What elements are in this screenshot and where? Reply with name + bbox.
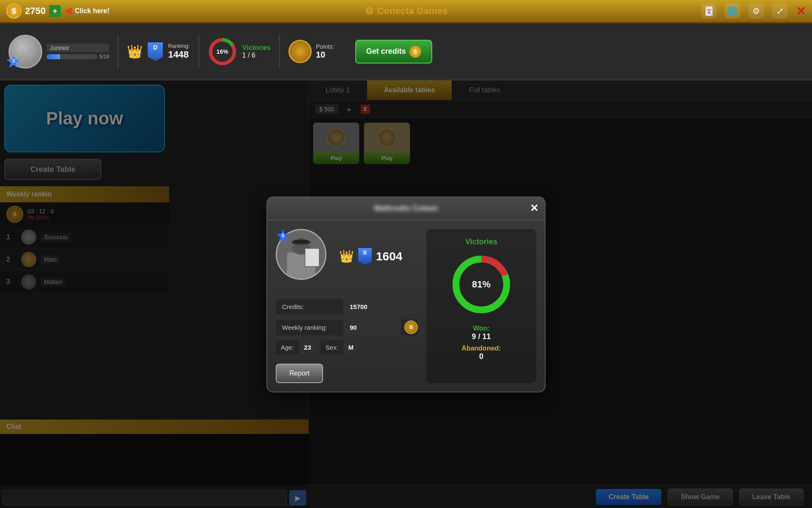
- trophy-icon: 0: [288, 40, 312, 63]
- coin-icon: $: [6, 3, 22, 19]
- modal-header: Mathrodis Coleen ✕: [267, 197, 545, 221]
- age-sex-row: Age: 23 Sex: M: [276, 340, 418, 354]
- victories-info: Victories 1 / 6: [242, 44, 271, 59]
- xp-bar: [47, 54, 97, 59]
- rank-badge-modal: B: [358, 248, 372, 265]
- age-cell: Age: 23: [276, 340, 316, 354]
- rank-badge: D: [148, 42, 163, 61]
- brand-logo-area: ⚙ Conecta Games: [365, 5, 447, 17]
- modal-level-num: 5: [281, 232, 284, 239]
- sex-label: Sex:: [321, 340, 343, 354]
- ranking-section: 👑 D Ranking: 1448: [127, 42, 189, 61]
- abandoned-label: Abandoned:: [461, 345, 501, 352]
- header-divider-1: [118, 35, 118, 69]
- victories-donut-small: 16%: [208, 37, 237, 66]
- top-bar-left: $ 2750 + ◀ Click here!: [6, 3, 110, 19]
- crown-icon: 👑: [127, 44, 143, 59]
- avatar-section: 3 Junnior 5/18: [8, 35, 109, 69]
- player-name: Junnior: [47, 44, 109, 52]
- xp-fill: [47, 54, 60, 59]
- main-area: Play now Create Table Weekly rankin 0 03…: [0, 80, 812, 508]
- modal-level-badge: 5: [276, 229, 290, 243]
- won-value: 9 / 11: [472, 332, 491, 341]
- arrow-icon: ◀: [64, 6, 71, 17]
- level-star-icon: 3: [7, 55, 20, 69]
- sex-value: M: [343, 340, 359, 354]
- victories-pct-small: 16%: [217, 48, 228, 55]
- points-section: 0 Points: 10: [288, 40, 334, 63]
- svg-rect-11: [305, 248, 319, 266]
- globe-icon[interactable]: 🌐: [725, 3, 740, 19]
- click-here-text[interactable]: Click here!: [75, 7, 110, 15]
- level-badge: 3: [7, 55, 20, 70]
- credits-row: Credits: 15700: [276, 299, 418, 315]
- cards-icon[interactable]: 🃏: [701, 3, 716, 19]
- level-number: 3: [12, 58, 15, 64]
- modal-victories-pct: 81%: [472, 279, 491, 290]
- get-credits-button[interactable]: Get credits $: [355, 40, 432, 64]
- close-top-button[interactable]: ✕: [796, 4, 806, 18]
- weekly-ranking-row: Weekly ranking: 90 0: [276, 320, 418, 335]
- brand-name: Conecta Games: [377, 6, 447, 17]
- modal-donut-wrap: 81%: [447, 251, 515, 318]
- player-name-area: Junnior 5/18: [47, 44, 109, 60]
- player-profile-modal: Mathrodis Coleen ✕ 5: [266, 196, 546, 392]
- victories-section: 16% Victories 1 / 6: [208, 37, 271, 66]
- ranking-label: Ranking:: [168, 43, 189, 49]
- credits-label: Credits:: [276, 299, 343, 315]
- modal-right: Victories 81% Won: 9 / 11 Abandoned: [426, 229, 536, 383]
- modal-crown-icon: 👑: [339, 249, 354, 263]
- abandoned-value: 0: [479, 352, 483, 361]
- xp-bar-wrap: 5/18: [47, 54, 109, 60]
- victories-label: Victories: [242, 44, 271, 52]
- header-bar: 3 Junnior 5/18 👑 D Ranking: 1448: [0, 23, 812, 80]
- modal-body: 5: [267, 221, 545, 392]
- ranking-value: 1448: [168, 49, 189, 60]
- top-bar: $ 2750 + ◀ Click here! ⚙ Conecta Games 🃏…: [0, 0, 812, 23]
- points-label: Points:: [316, 43, 334, 50]
- modal-rank-score: 1604: [376, 250, 402, 263]
- fullscreen-icon[interactable]: ⤢: [772, 3, 787, 19]
- header-divider-2: [198, 35, 199, 69]
- modal-avatar-rank-row: 5: [276, 229, 418, 290]
- avatar-wrap: 3: [8, 35, 42, 69]
- age-value: 23: [299, 340, 316, 354]
- modal-victories-label: Victories: [465, 237, 497, 246]
- credits-value: 15700: [343, 299, 418, 315]
- victories-ratio: 1 / 6: [242, 52, 271, 59]
- points-info: Points: 10: [316, 43, 334, 60]
- rank-info: Ranking: 1448: [168, 43, 189, 60]
- credit-amount: 2750: [25, 6, 46, 17]
- sex-cell: Sex: M: [321, 340, 359, 354]
- points-value: 10: [316, 50, 334, 60]
- top-bar-right: 🃏 🌐 ⚙ ⤢ ✕: [701, 3, 806, 19]
- modal-left: 5: [276, 229, 418, 383]
- weekly-ranking-value: 90: [343, 320, 401, 335]
- weekly-medal-icon: 0: [404, 320, 418, 334]
- header-divider-3: [279, 35, 280, 69]
- modal-close-button[interactable]: ✕: [530, 202, 538, 214]
- age-label: Age:: [276, 340, 299, 354]
- add-credit-button[interactable]: +: [49, 5, 61, 17]
- settings-icon[interactable]: ⚙: [749, 3, 764, 19]
- svg-rect-10: [294, 240, 308, 243]
- weekly-ranking-label: Weekly ranking:: [276, 320, 343, 335]
- report-button[interactable]: Report: [276, 364, 323, 383]
- won-label: Won:: [473, 325, 490, 332]
- modal-overlay: Mathrodis Coleen ✕ 5: [0, 80, 812, 508]
- get-credits-coin-icon: $: [409, 46, 421, 58]
- xp-text: 5/18: [99, 54, 109, 60]
- rank-display: 👑 B 1604: [339, 248, 402, 265]
- modal-title: Mathrodis Coleen: [374, 204, 438, 213]
- modal-avatar-wrap: 5: [276, 229, 331, 284]
- brand-g-icon: ⚙: [365, 5, 374, 17]
